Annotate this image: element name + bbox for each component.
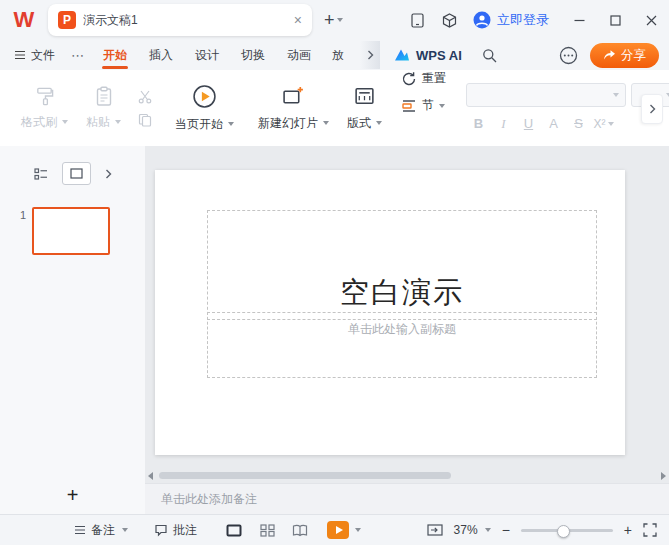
menubar-right: 分享 <box>559 43 669 68</box>
slides-view-icon <box>70 168 83 179</box>
fit-slide-icon <box>427 523 443 537</box>
tab-transition[interactable]: 切换 <box>230 40 276 70</box>
zoom-level-button[interactable]: 37% <box>454 523 491 537</box>
comments-button[interactable]: 批注 <box>154 522 197 539</box>
minimize-button[interactable] <box>561 0 597 40</box>
play-from-current-caret-icon <box>228 122 234 126</box>
font-family-caret-icon <box>613 93 619 97</box>
zoom-out-button[interactable]: − <box>502 523 510 537</box>
file-menu[interactable]: 文件 <box>0 47 63 64</box>
document-tab[interactable]: P 演示文稿1 × <box>48 4 312 36</box>
tab-list-caret-icon[interactable] <box>337 18 343 22</box>
maximize-button[interactable] <box>597 0 633 40</box>
fullscreen-button[interactable] <box>643 523 657 537</box>
outline-view-button[interactable] <box>34 167 48 181</box>
reset-icon <box>401 71 417 87</box>
share-button[interactable]: 分享 <box>590 43 659 68</box>
slide-panel: 1 + <box>0 146 145 515</box>
search-icon[interactable] <box>482 48 497 63</box>
wps-ai-button[interactable]: WPS AI <box>394 48 462 63</box>
close-button[interactable] <box>633 0 669 40</box>
slide-thumbnail[interactable] <box>32 207 110 255</box>
format-painter-icon <box>34 86 55 107</box>
share-label: 分享 <box>621 47 646 64</box>
tab-animation[interactable]: 动画 <box>276 40 322 70</box>
horizontal-scrollbar[interactable] <box>145 469 669 483</box>
copy-button[interactable] <box>138 113 152 127</box>
tab-overflow-button[interactable] <box>360 41 380 69</box>
tab-home[interactable]: 开始 <box>92 40 138 70</box>
chevron-right-icon <box>367 50 374 60</box>
zoom-value: 37% <box>454 523 478 537</box>
panel-view-toggle <box>0 146 145 185</box>
login-button[interactable]: 立即登录 <box>473 11 549 29</box>
cut-button[interactable] <box>138 90 152 104</box>
slide-sorter-view-button[interactable] <box>256 520 278 540</box>
reading-view-button[interactable] <box>289 520 311 540</box>
new-tab-button[interactable]: + <box>324 11 335 29</box>
tab-slideshow-clipped[interactable]: 放 <box>322 40 360 70</box>
normal-view-button[interactable] <box>223 520 245 540</box>
new-slide-label: 新建幻灯片 <box>258 115 318 132</box>
cut-copy-group <box>130 90 160 127</box>
paste-label: 粘贴 <box>86 114 110 131</box>
bold-button[interactable]: B <box>466 114 491 134</box>
font-family-select[interactable] <box>466 83 626 107</box>
underline-button[interactable]: U <box>516 114 541 134</box>
paste-icon <box>94 86 114 107</box>
wps-logo[interactable]: W <box>8 6 40 34</box>
superscript-button[interactable]: X² <box>591 114 616 134</box>
more-tools-icon[interactable] <box>559 46 578 65</box>
fullscreen-icon <box>643 523 657 537</box>
slideshow-play-button[interactable] <box>327 521 349 539</box>
zoom-in-button[interactable]: + <box>624 523 632 537</box>
slide-canvas: 空白演示 单击此处输入副标题 <box>145 146 669 469</box>
paste-button[interactable]: 粘贴 <box>77 86 130 131</box>
tab-insert[interactable]: 插入 <box>138 40 184 70</box>
tab-close-icon[interactable]: × <box>294 13 302 27</box>
notes-toggle-button[interactable]: 备注 <box>74 522 128 539</box>
scroll-right-icon[interactable] <box>661 472 666 480</box>
add-slide-button[interactable]: + <box>67 485 79 505</box>
clipboard-group: 格式刷 粘贴 <box>0 70 160 146</box>
ribbon-expand-button[interactable] <box>641 94 663 124</box>
italic-button[interactable]: I <box>491 114 516 134</box>
editor-column: 空白演示 单击此处输入副标题 单击此处添加备注 <box>145 146 669 515</box>
device-icon[interactable] <box>401 13 433 28</box>
scrollbar-thumb[interactable] <box>159 472 451 479</box>
play-from-current-button[interactable]: 当页开始 <box>166 70 243 146</box>
new-slide-caret-icon <box>323 121 329 125</box>
comments-label: 批注 <box>173 522 197 539</box>
share-icon <box>603 49 616 61</box>
superscript-caret-icon <box>608 122 614 126</box>
scroll-left-icon[interactable] <box>148 472 153 480</box>
user-avatar-icon <box>473 11 491 29</box>
section-button[interactable]: 节 <box>401 97 445 114</box>
more-menus-button[interactable]: ⋯ <box>63 48 92 63</box>
zoom-caret-icon <box>485 528 491 532</box>
fit-slide-button[interactable] <box>427 523 443 537</box>
slides-view-button[interactable] <box>62 162 91 185</box>
title-placeholder[interactable]: 空白演示 <box>207 210 597 320</box>
slide[interactable]: 空白演示 单击此处输入副标题 <box>155 170 625 455</box>
character-button[interactable]: A <box>541 114 566 134</box>
apps-cube-icon[interactable] <box>433 13 465 28</box>
subtitle-placeholder[interactable]: 单击此处输入副标题 <box>207 312 597 378</box>
format-painter-button[interactable]: 格式刷 <box>12 86 77 131</box>
notes-toggle-caret-icon <box>122 528 128 532</box>
panel-expand-button[interactable] <box>105 169 112 179</box>
layout-caret-icon <box>376 121 382 125</box>
font-group: B I U A S X² <box>466 70 669 146</box>
zoom-slider-thumb[interactable] <box>557 525 570 538</box>
document-title: 演示文稿1 <box>83 12 287 29</box>
notes-bar[interactable]: 单击此处添加备注 <box>145 483 669 515</box>
reset-button[interactable]: 重置 <box>401 70 446 87</box>
slideshow-play-caret-icon[interactable] <box>355 528 361 532</box>
zoom-slider[interactable] <box>521 529 613 532</box>
login-label: 立即登录 <box>497 11 549 29</box>
layout-button[interactable]: 版式 <box>338 70 391 146</box>
tab-design[interactable]: 设计 <box>184 40 230 70</box>
new-slide-button[interactable]: 新建幻灯片 <box>249 70 338 146</box>
play-circle-icon <box>192 84 217 109</box>
strikethrough-button[interactable]: S <box>566 114 591 134</box>
